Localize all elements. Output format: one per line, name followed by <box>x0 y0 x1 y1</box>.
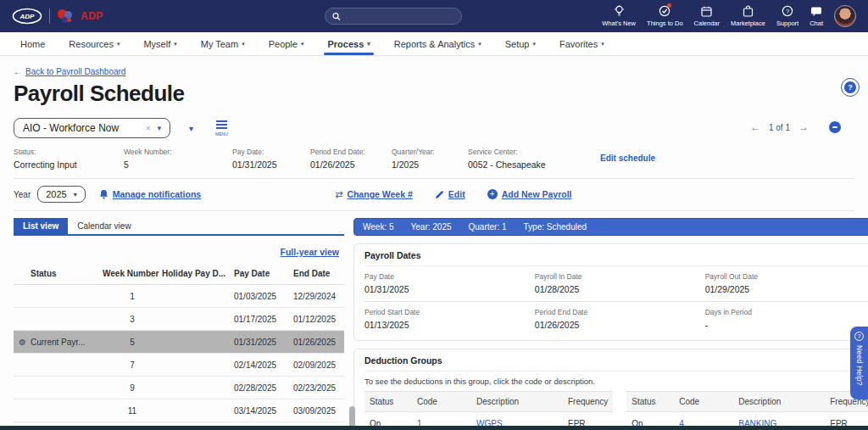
view-tabs: List view Calendar view <box>14 218 344 236</box>
deduction-table-header: StatusCodeDescriptionFrequency <box>364 391 613 412</box>
chevron-down-icon: ▾ <box>174 41 177 47</box>
chevron-down-icon: ▾ <box>242 41 245 47</box>
nav-item-resources[interactable]: Resources▾ <box>57 32 131 55</box>
tab-list-view[interactable]: List view <box>14 218 68 234</box>
notification-badge <box>667 3 671 8</box>
payroll-dates-card: Payroll Dates Pay Date01/31/2025 Payroll… <box>353 243 868 341</box>
deduction-table-left: StatusCodeDescriptionFrequency On1WGPSEP… <box>364 391 613 430</box>
marketplace-button[interactable]: Marketplace <box>731 5 765 27</box>
topbar-actions: What's New Things to Do Calendar <box>602 5 856 27</box>
nav-item-my-team[interactable]: My Team▾ <box>189 32 257 55</box>
deduction-groups-card: Deduction Groups ? To see the deductions… <box>353 349 868 430</box>
summary-service-center: Service Center:0052 - Chesapeake <box>468 148 576 170</box>
chat-button[interactable]: Chat <box>810 6 823 27</box>
chevron-down-icon: ▾ <box>117 41 120 47</box>
edit-link[interactable]: Edit <box>435 189 465 199</box>
nav-item-myself[interactable]: Myself▾ <box>131 32 188 55</box>
payroll-detail-panel: Week: 5 Year: 2025 Quarter: 1 Type: Sche… <box>353 218 868 430</box>
table-row[interactable]: 902/28/202502/23/2025 <box>14 377 344 399</box>
company-select[interactable]: AIO - Workforce Now × ▾ <box>14 118 170 138</box>
bottom-taskbar-edge <box>0 426 868 430</box>
adp-brand-text: ADP <box>81 10 103 22</box>
question-circle-icon: ? <box>782 5 793 17</box>
year-row: Year 2025 ▾ Manage notifications ⇄ Chang… <box>14 179 854 211</box>
week-actions: ⇄ Change Week # Edit + Add New Payroll <box>335 189 571 200</box>
change-week-link[interactable]: ⇄ Change Week # <box>335 189 413 200</box>
summary-quarter-year: Quarter/Year:1/2025 <box>392 148 468 170</box>
table-row[interactable]: 101/03/202512/29/2024 <box>14 285 344 308</box>
nav-item-process[interactable]: Process▾ <box>315 32 381 55</box>
nav-item-home[interactable]: Home <box>8 32 57 55</box>
week-summary-bar: Week: 5 Year: 2025 Quarter: 1 Type: Sche… <box>353 218 868 236</box>
main-split: List view Calendar view Full-year view S… <box>14 218 854 430</box>
question-icon: ? <box>844 81 856 93</box>
nav-item-reports-analytics[interactable]: Reports & Analytics▾ <box>382 32 493 55</box>
lightbulb-icon <box>614 5 625 17</box>
nav-item-people[interactable]: People▾ <box>257 32 316 55</box>
svg-text:?: ? <box>786 8 789 15</box>
main-nav: Home Resources▾ Myself▾ My Team▾ People▾… <box>0 32 868 56</box>
calendar-button[interactable]: Calendar <box>694 6 720 27</box>
manage-notifications-link[interactable]: Manage notifications <box>99 189 201 199</box>
table-row-current-payroll[interactable]: ⚙Current Payr... 501/31/202501/26/2025 <box>14 331 344 354</box>
prev-record-arrow-icon[interactable]: ← <box>750 121 760 133</box>
field-pay-date: Pay Date01/31/2025 <box>364 266 535 302</box>
user-avatar[interactable] <box>834 5 856 27</box>
adp-oval-logo-icon: ADP <box>12 8 42 25</box>
svg-text:ADP: ADP <box>19 13 36 20</box>
deduction-groups-title: Deduction Groups <box>364 355 442 366</box>
swap-icon: ⇄ <box>335 189 342 200</box>
bag-icon <box>743 5 754 17</box>
field-period-start-date: Period Start Date01/13/2025 <box>364 302 535 337</box>
calendar-icon <box>701 6 712 17</box>
top-bar: ADP ADP What's New <box>0 0 868 32</box>
page-content: ← Back to Payroll Dashboard Payroll Sche… <box>0 56 868 426</box>
toolbar-row: AIO - Workforce Now × ▾ ▾ MENU ← 1 of 1 … <box>14 115 854 141</box>
year-select[interactable]: 2025 ▾ <box>37 186 86 203</box>
need-help-tab[interactable]: ? Need Help? <box>850 327 868 399</box>
page-help-button[interactable]: ? <box>841 78 860 97</box>
next-record-arrow-icon[interactable]: → <box>798 121 809 133</box>
summary-status: Status:Correcting Input <box>14 148 124 170</box>
field-period-end-date: Period End Date01/26/2025 <box>535 302 705 337</box>
question-icon: ? <box>854 332 864 341</box>
payroll-summary-row: Status:Correcting Input Week Number:5 Pa… <box>14 148 854 179</box>
page-title: Payroll Schedule <box>14 81 854 107</box>
expand-chevron-icon[interactable]: ▾ <box>189 124 193 133</box>
chevron-down-icon: ▾ <box>532 41 536 47</box>
add-new-payroll-link[interactable]: + Add New Payroll <box>487 189 572 199</box>
full-year-view-link[interactable]: Full-year view <box>281 247 339 257</box>
logo-area: ADP ADP <box>12 8 103 25</box>
whats-new-button[interactable]: What's New <box>602 5 636 27</box>
schedule-list-panel: List view Calendar view Full-year view S… <box>14 218 344 430</box>
year-label: Year <box>14 190 31 199</box>
table-row[interactable]: 301/17/202501/12/2025 <box>14 308 344 331</box>
back-to-payroll-dashboard-link[interactable]: ← Back to Payroll Dashboard <box>14 67 125 76</box>
chat-icon <box>810 6 822 17</box>
search-bar[interactable] <box>325 8 462 25</box>
tab-calendar-view[interactable]: Calendar view <box>68 218 140 234</box>
deduction-table-header: StatusCodeDescriptionFrequency <box>626 391 868 412</box>
summary-period-end-date: Period End Date:01/26/2025 <box>310 148 392 170</box>
summary-week-number: Week Number:5 <box>124 148 232 170</box>
edit-schedule-link[interactable]: Edit schedule <box>600 154 655 163</box>
deduction-table-right: StatusCodeDescriptionFrequency On4BANKIN… <box>626 391 868 430</box>
gear-icon: ⚙ <box>19 338 26 347</box>
pencil-icon <box>435 190 444 199</box>
table-row[interactable]: 1103/14/202503/09/2025 <box>14 399 344 422</box>
deduction-hint: To see the deductions in this group, cli… <box>364 371 868 391</box>
table-row[interactable]: 702/14/202502/09/2025 <box>14 354 344 377</box>
menu-button[interactable]: MENU <box>215 120 228 137</box>
chevron-down-icon: ▾ <box>601 41 604 47</box>
things-to-do-button[interactable]: Things to Do <box>647 5 683 27</box>
search-input[interactable] <box>346 12 454 21</box>
full-year-view-row: Full-year view <box>14 236 344 265</box>
nav-item-setup[interactable]: Setup▾ <box>493 32 548 55</box>
clear-icon[interactable]: × <box>146 124 151 133</box>
summary-pay-date: Pay Date:01/31/2025 <box>232 148 310 170</box>
pager-info-button[interactable] <box>829 121 841 133</box>
nav-item-favorites[interactable]: Favorites▾ <box>548 32 616 55</box>
field-payroll-out-date: Payroll Out Date01/29/2025 <box>705 266 868 302</box>
field-payroll-in-date: Payroll In Date01/28/2025 <box>535 266 705 302</box>
support-button[interactable]: ? Support <box>776 5 798 27</box>
